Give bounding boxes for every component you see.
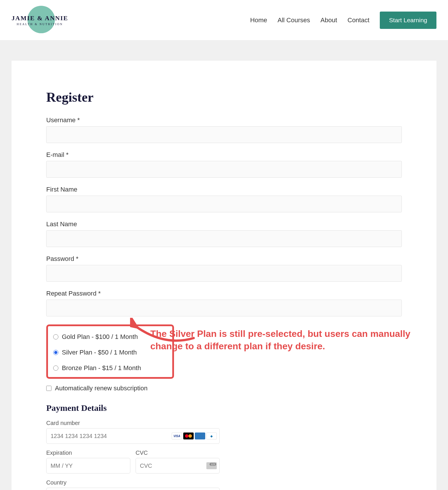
cvc-card-icon: 123 [206, 462, 217, 469]
visa-icon: VISA [172, 433, 182, 439]
username-label: Username * [46, 116, 402, 124]
site-logo[interactable]: JAMIE & ANNIE HEALTH & NUTRITION [12, 6, 68, 35]
primary-nav: Home All Courses About Contact Start Lea… [250, 12, 436, 29]
site-header: JAMIE & ANNIE HEALTH & NUTRITION Home Al… [0, 0, 448, 40]
repeat-password-input[interactable] [46, 300, 402, 316]
diners-icon: ◈ [206, 433, 217, 439]
country-select[interactable]: Vietnam [46, 488, 220, 490]
card-number-label: Card number [46, 420, 402, 426]
cvc-label: CVC [136, 450, 220, 456]
plan-gold-label: Gold Plan - $100 / 1 Month [62, 333, 138, 341]
card-brand-icons: VISA ◈ [172, 433, 217, 439]
nav-contact[interactable]: Contact [347, 16, 369, 24]
plan-bronze-row[interactable]: Bronze Plan - $15 / 1 Month [53, 364, 167, 372]
auto-renew-label: Automatically renew subscription [55, 385, 147, 392]
expiration-label: Expiration [46, 450, 130, 456]
firstname-label: First Name [46, 186, 402, 193]
payment-section-title: Payment Details [46, 403, 402, 413]
lastname-input[interactable] [46, 230, 402, 247]
firstname-input[interactable] [46, 196, 402, 212]
annotation-text: The Silver Plan is still pre-selected, b… [150, 328, 439, 352]
cvc-badge: 123 [210, 463, 216, 466]
lastname-label: Last Name [46, 220, 402, 228]
page-body: Register Username * E-mail * First Name … [0, 40, 448, 490]
plan-bronze-radio[interactable] [53, 365, 58, 371]
expiration-input[interactable] [46, 458, 130, 474]
register-card: Register Username * E-mail * First Name … [12, 61, 436, 490]
country-label: Country [46, 479, 402, 486]
logo-text: JAMIE & ANNIE HEALTH & NUTRITION [12, 14, 68, 26]
plan-silver-radio[interactable] [53, 350, 58, 355]
amex-icon [195, 433, 205, 439]
plan-bronze-label: Bronze Plan - $15 / 1 Month [62, 364, 141, 372]
password-label: Password * [46, 255, 402, 263]
username-input[interactable] [46, 126, 402, 143]
email-input[interactable] [46, 161, 402, 178]
plan-gold-row[interactable]: Gold Plan - $100 / 1 Month [53, 333, 167, 341]
logo-sub-text: HEALTH & NUTRITION [12, 23, 68, 26]
mastercard-icon [183, 433, 194, 439]
auto-renew-checkbox[interactable] [46, 386, 51, 391]
plan-silver-row[interactable]: Silver Plan - $50 / 1 Month [53, 349, 167, 356]
nav-courses[interactable]: All Courses [277, 16, 310, 24]
plan-silver-label: Silver Plan - $50 / 1 Month [62, 349, 137, 356]
logo-main-text: JAMIE & ANNIE [12, 14, 68, 22]
start-learning-button[interactable]: Start Learning [380, 12, 436, 29]
password-input[interactable] [46, 265, 402, 282]
email-label: E-mail * [46, 151, 402, 159]
auto-renew-row[interactable]: Automatically renew subscription [46, 385, 402, 392]
page-title: Register [46, 90, 402, 105]
plan-gold-radio[interactable] [53, 334, 58, 339]
repeat-password-label: Repeat Password * [46, 290, 402, 297]
nav-about[interactable]: About [321, 16, 337, 24]
nav-home[interactable]: Home [250, 16, 267, 24]
